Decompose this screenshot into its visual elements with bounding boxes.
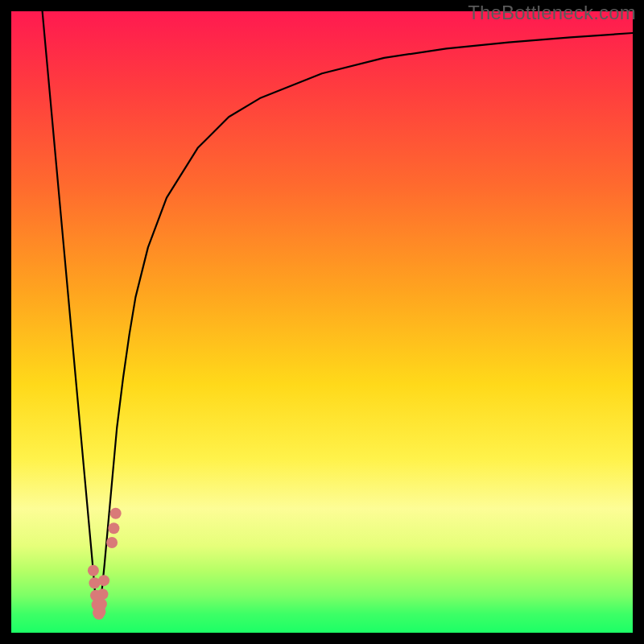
data-point (110, 508, 122, 519)
watermark-text: TheBottleneck.com (468, 2, 636, 24)
data-point (98, 575, 109, 586)
chart-svg (11, 11, 633, 633)
data-point (106, 537, 118, 548)
data-point (88, 565, 99, 576)
plot-area (11, 11, 633, 633)
bottleneck-curve (43, 11, 633, 608)
data-point (108, 522, 119, 534)
data-point (96, 598, 107, 609)
data-point (97, 588, 108, 600)
